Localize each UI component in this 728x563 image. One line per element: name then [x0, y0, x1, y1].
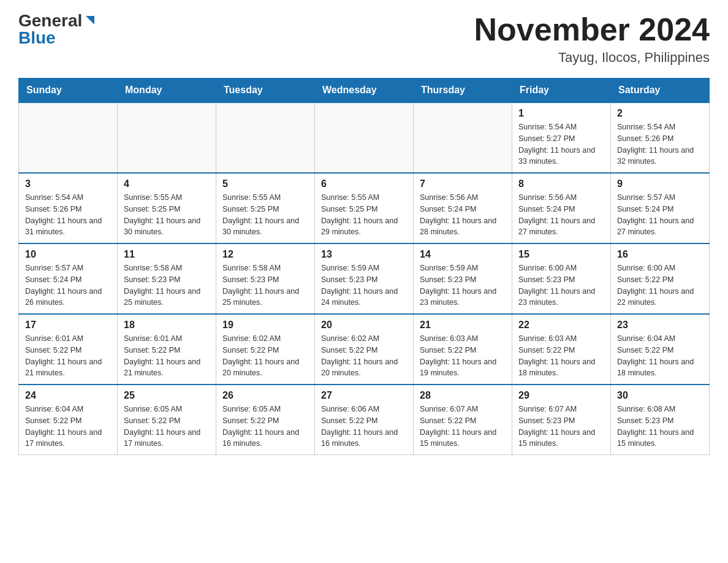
day-number: 26 [222, 390, 308, 401]
calendar-table: SundayMondayTuesdayWednesdayThursdayFrid… [18, 78, 710, 455]
month-title: November 2024 [474, 12, 710, 47]
calendar-week-row: 17Sunrise: 6:01 AM Sunset: 5:22 PM Dayli… [19, 314, 710, 385]
day-info: Sunrise: 6:07 AM Sunset: 5:23 PM Dayligh… [518, 404, 604, 450]
day-info: Sunrise: 6:00 AM Sunset: 5:23 PM Dayligh… [518, 262, 604, 308]
location-title: Tayug, Ilocos, Philippines [474, 50, 710, 66]
day-info: Sunrise: 6:06 AM Sunset: 5:22 PM Dayligh… [321, 404, 407, 450]
day-number: 28 [420, 390, 506, 401]
day-number: 1 [518, 108, 604, 119]
calendar-cell: 19Sunrise: 6:02 AM Sunset: 5:22 PM Dayli… [216, 314, 315, 385]
day-info: Sunrise: 6:01 AM Sunset: 5:22 PM Dayligh… [25, 333, 111, 379]
day-number: 2 [617, 108, 703, 119]
day-number: 25 [124, 390, 210, 401]
calendar-cell: 15Sunrise: 6:00 AM Sunset: 5:23 PM Dayli… [512, 243, 611, 314]
calendar-week-row: 10Sunrise: 5:57 AM Sunset: 5:24 PM Dayli… [19, 243, 710, 314]
calendar-cell [414, 102, 512, 173]
calendar-cell: 23Sunrise: 6:04 AM Sunset: 5:22 PM Dayli… [611, 314, 710, 385]
calendar-day-header: Friday [512, 79, 611, 103]
calendar-cell: 1Sunrise: 5:54 AM Sunset: 5:27 PM Daylig… [512, 102, 611, 173]
day-info: Sunrise: 5:54 AM Sunset: 5:26 PM Dayligh… [25, 192, 111, 238]
day-number: 14 [420, 249, 506, 260]
calendar-cell: 10Sunrise: 5:57 AM Sunset: 5:24 PM Dayli… [19, 243, 118, 314]
day-info: Sunrise: 6:01 AM Sunset: 5:22 PM Dayligh… [124, 333, 210, 379]
calendar-day-header: Saturday [611, 79, 710, 103]
calendar-week-row: 3Sunrise: 5:54 AM Sunset: 5:26 PM Daylig… [19, 173, 710, 243]
calendar-cell: 24Sunrise: 6:04 AM Sunset: 5:22 PM Dayli… [19, 385, 118, 455]
day-number: 20 [321, 320, 407, 331]
day-number: 23 [617, 320, 703, 331]
day-info: Sunrise: 5:56 AM Sunset: 5:24 PM Dayligh… [420, 192, 506, 238]
calendar-cell: 29Sunrise: 6:07 AM Sunset: 5:23 PM Dayli… [512, 385, 611, 455]
calendar-cell: 2Sunrise: 5:54 AM Sunset: 5:26 PM Daylig… [611, 102, 710, 173]
day-info: Sunrise: 5:54 AM Sunset: 5:27 PM Dayligh… [518, 121, 604, 167]
calendar-cell: 17Sunrise: 6:01 AM Sunset: 5:22 PM Dayli… [19, 314, 118, 385]
day-info: Sunrise: 6:07 AM Sunset: 5:22 PM Dayligh… [420, 404, 506, 450]
day-number: 3 [25, 178, 111, 190]
day-number: 19 [222, 320, 308, 331]
calendar-cell: 6Sunrise: 5:55 AM Sunset: 5:25 PM Daylig… [315, 173, 414, 243]
day-info: Sunrise: 5:55 AM Sunset: 5:25 PM Dayligh… [222, 192, 308, 238]
day-info: Sunrise: 5:55 AM Sunset: 5:25 PM Dayligh… [124, 192, 210, 238]
day-number: 11 [124, 249, 210, 260]
calendar-cell [19, 102, 118, 173]
day-number: 5 [222, 178, 308, 190]
calendar-cell: 8Sunrise: 5:56 AM Sunset: 5:24 PM Daylig… [512, 173, 611, 243]
calendar-cell: 28Sunrise: 6:07 AM Sunset: 5:22 PM Dayli… [414, 385, 512, 455]
day-number: 29 [518, 390, 604, 401]
day-number: 10 [25, 249, 111, 260]
calendar-cell: 11Sunrise: 5:58 AM Sunset: 5:23 PM Dayli… [118, 243, 216, 314]
day-number: 27 [321, 390, 407, 401]
day-number: 7 [420, 178, 506, 190]
day-number: 9 [617, 178, 703, 190]
calendar-cell: 7Sunrise: 5:56 AM Sunset: 5:24 PM Daylig… [414, 173, 512, 243]
day-number: 12 [222, 249, 308, 260]
day-number: 30 [617, 390, 703, 401]
calendar-cell: 12Sunrise: 5:58 AM Sunset: 5:23 PM Dayli… [216, 243, 315, 314]
day-info: Sunrise: 5:58 AM Sunset: 5:23 PM Dayligh… [124, 262, 210, 308]
calendar-cell: 5Sunrise: 5:55 AM Sunset: 5:25 PM Daylig… [216, 173, 315, 243]
day-info: Sunrise: 5:54 AM Sunset: 5:26 PM Dayligh… [617, 121, 703, 167]
day-number: 15 [518, 249, 604, 260]
calendar-cell [216, 102, 315, 173]
day-info: Sunrise: 6:02 AM Sunset: 5:22 PM Dayligh… [321, 333, 407, 379]
calendar-header-row: SundayMondayTuesdayWednesdayThursdayFrid… [19, 79, 710, 103]
day-number: 6 [321, 178, 407, 190]
day-number: 16 [617, 249, 703, 260]
calendar-cell: 27Sunrise: 6:06 AM Sunset: 5:22 PM Dayli… [315, 385, 414, 455]
day-number: 18 [124, 320, 210, 331]
day-number: 22 [518, 320, 604, 331]
day-number: 13 [321, 249, 407, 260]
calendar-cell: 14Sunrise: 5:59 AM Sunset: 5:23 PM Dayli… [414, 243, 512, 314]
calendar-day-header: Thursday [414, 79, 512, 103]
calendar-cell [118, 102, 216, 173]
calendar-week-row: 24Sunrise: 6:04 AM Sunset: 5:22 PM Dayli… [19, 385, 710, 455]
day-info: Sunrise: 5:57 AM Sunset: 5:24 PM Dayligh… [617, 192, 703, 238]
calendar-cell: 20Sunrise: 6:02 AM Sunset: 5:22 PM Dayli… [315, 314, 414, 385]
calendar-day-header: Sunday [19, 79, 118, 103]
logo: General Blue [18, 12, 97, 47]
calendar-day-header: Tuesday [216, 79, 315, 103]
calendar-week-row: 1Sunrise: 5:54 AM Sunset: 5:27 PM Daylig… [19, 102, 710, 173]
day-info: Sunrise: 5:59 AM Sunset: 5:23 PM Dayligh… [321, 262, 407, 308]
calendar-cell [315, 102, 414, 173]
calendar-cell: 25Sunrise: 6:05 AM Sunset: 5:22 PM Dayli… [118, 385, 216, 455]
logo-blue-text: Blue [18, 29, 56, 47]
day-number: 21 [420, 320, 506, 331]
calendar-day-header: Monday [118, 79, 216, 103]
calendar-cell: 13Sunrise: 5:59 AM Sunset: 5:23 PM Dayli… [315, 243, 414, 314]
logo-triangle-icon [83, 13, 97, 27]
calendar-cell: 18Sunrise: 6:01 AM Sunset: 5:22 PM Dayli… [118, 314, 216, 385]
calendar-body: 1Sunrise: 5:54 AM Sunset: 5:27 PM Daylig… [19, 102, 710, 455]
calendar-cell: 4Sunrise: 5:55 AM Sunset: 5:25 PM Daylig… [118, 173, 216, 243]
day-number: 17 [25, 320, 111, 331]
calendar-cell: 16Sunrise: 6:00 AM Sunset: 5:22 PM Dayli… [611, 243, 710, 314]
calendar-cell: 30Sunrise: 6:08 AM Sunset: 5:23 PM Dayli… [611, 385, 710, 455]
day-info: Sunrise: 6:04 AM Sunset: 5:22 PM Dayligh… [617, 333, 703, 379]
day-info: Sunrise: 6:02 AM Sunset: 5:22 PM Dayligh… [222, 333, 308, 379]
day-info: Sunrise: 5:56 AM Sunset: 5:24 PM Dayligh… [518, 192, 604, 238]
calendar-cell: 21Sunrise: 6:03 AM Sunset: 5:22 PM Dayli… [414, 314, 512, 385]
day-info: Sunrise: 6:03 AM Sunset: 5:22 PM Dayligh… [518, 333, 604, 379]
day-number: 24 [25, 390, 111, 401]
calendar-header: SundayMondayTuesdayWednesdayThursdayFrid… [19, 79, 710, 103]
day-number: 8 [518, 178, 604, 190]
